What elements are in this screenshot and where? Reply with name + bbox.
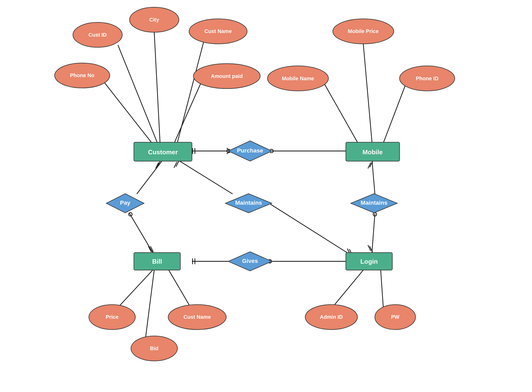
attr-cust-id-label: Cust ID [88,32,107,38]
svg-line-25 [177,160,232,194]
svg-line-3 [103,81,151,142]
attr-mobile-name-label: Mobile Name [282,76,314,81]
entity-mobile-label: Mobile [362,149,383,156]
svg-line-47 [145,270,154,338]
svg-line-1 [154,32,160,142]
svg-line-21 [130,214,153,253]
attr-phone-no-label: Phone No [70,72,95,78]
rel-pay-label: Pay [120,200,130,206]
entity-customer-label: Customer [148,149,178,156]
attr-cust-name-label: Cust Name [204,28,232,34]
entity-login-label: Login [360,258,378,265]
svg-line-49 [381,270,384,312]
svg-line-27 [174,162,177,168]
svg-line-5 [363,44,372,142]
svg-line-28 [270,204,352,256]
attr-amount-paid-label: Amount paid [211,73,243,79]
rel-maintains-right-label: Maintains [361,200,387,206]
svg-line-6 [323,81,357,142]
attr-city-label: City [149,17,159,23]
attr-admin-id-label: Admin ID [320,314,343,320]
entity-bill-label: Bill [152,258,162,265]
svg-line-31 [372,160,375,194]
attr-price-label: Price [106,314,118,320]
svg-line-7 [384,81,407,142]
svg-line-0 [118,45,157,142]
svg-line-4 [175,77,204,142]
svg-line-34 [372,214,375,253]
rel-purchase-label: Purchase [237,147,263,154]
attr-mobile-price-label: Mobile Price [348,28,378,34]
attr-bill-cust-name-label: Cust Name [184,314,211,320]
svg-line-18 [137,160,163,194]
svg-line-26 [176,161,179,167]
rel-maintains-left-label: Maintains [235,200,262,206]
attr-phone-id-label: Phone ID [416,76,438,81]
attr-bid-label: Bid [150,346,158,351]
attr-pw-label: PW [391,314,399,320]
rel-gives-label: Gives [242,258,258,264]
